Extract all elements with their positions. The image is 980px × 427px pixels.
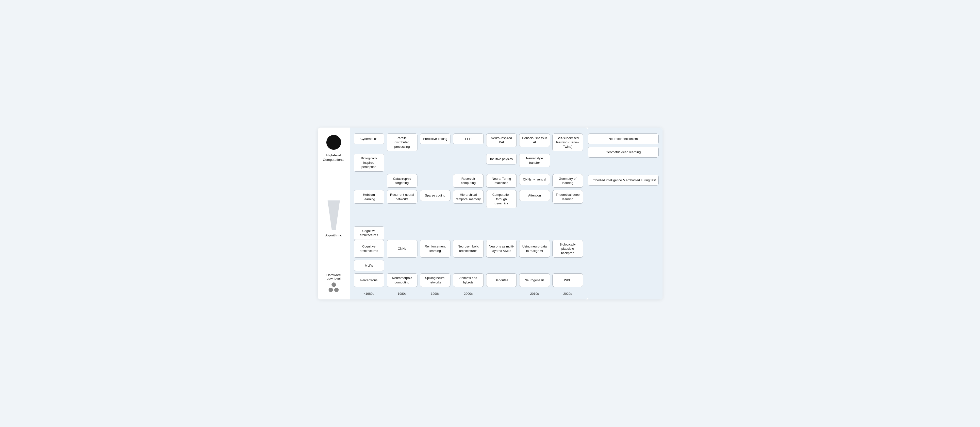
card-biologically-inspired: Biologically inspired perception xyxy=(354,154,385,171)
dots-container xyxy=(329,283,339,292)
empty-col3-row2 xyxy=(420,154,451,165)
card-neural-turing: Neural Turing machines xyxy=(486,174,517,187)
timeline-2000s: 2000s xyxy=(453,291,484,295)
sidebar-top: High-levelComputational xyxy=(323,135,344,162)
card-cybernetics: Cybernetics xyxy=(354,133,385,144)
card-sparse-coding: Sparse coding xyxy=(420,190,451,201)
card-mlps: MLPs xyxy=(354,260,385,271)
card-predictive-coding: Predictive coding xyxy=(420,133,451,144)
card-animats: Animats and hybrots xyxy=(453,273,484,287)
empty-col7-row2 xyxy=(552,154,583,165)
hardware-label: HardwareLow-level xyxy=(326,273,341,281)
card-geometric-deep: Geometric deep learning xyxy=(588,147,659,157)
card-neuro-xai: Neuro-inspired XAI xyxy=(486,133,517,147)
card-neuroconnectionism: Neuroconnectionism xyxy=(588,133,659,144)
card-attention: Attention xyxy=(519,190,550,201)
card-hebbian: Hebbian Learning xyxy=(354,190,385,204)
card-cnns: CNNs xyxy=(387,240,417,258)
card-catastrophic: Catastrophic forgetting xyxy=(387,174,417,187)
timeline-2020s: 2020s xyxy=(552,291,583,295)
empty-col3-row3 xyxy=(420,174,451,185)
timeline-2010s: 2010s xyxy=(519,291,550,295)
card-neurosymbolic: Neurosymbolic architectures xyxy=(453,240,484,258)
empty-col4-row2 xyxy=(453,154,484,165)
card-computation-dynamics: Computation through dynamics xyxy=(486,190,517,208)
empty-mlps-2 xyxy=(387,260,417,271)
card-dendrites: Dendrites xyxy=(486,273,517,287)
card-embodied: Embodied intelligence & embodied Turing … xyxy=(588,175,659,186)
card-wbe: WBE xyxy=(552,273,583,287)
timeline-grid: Cybernetics Biologically inspired percep… xyxy=(354,133,583,211)
card-fep: FEP xyxy=(453,133,484,144)
funnel-container: Algorithmic xyxy=(325,198,342,237)
timeline-empty xyxy=(486,291,517,295)
timeline-1980s: 1980s xyxy=(387,291,417,295)
card-using-neuro: Using neuro data to realign AI xyxy=(519,240,550,258)
card-perceptrons: Perceptrons xyxy=(354,273,385,287)
card-spiking: Spiking neural networks xyxy=(420,273,451,287)
empty-col1-row3 xyxy=(354,174,385,185)
sidebar: High-levelComputational Algorithmic Hard… xyxy=(318,127,350,300)
card-reservoir: Reservoir computing xyxy=(453,174,484,187)
card-reinforcement: Reinforcement learning xyxy=(420,240,451,258)
dot-top xyxy=(331,283,336,287)
card-self-supervised: Self-supervised learning (Barlow Twins) xyxy=(552,133,583,151)
empty-col2-row2 xyxy=(387,154,417,165)
funnel-icon xyxy=(326,198,341,232)
card-cnns-ventral: CNNs → ventral xyxy=(519,174,550,185)
timeline-1990s: 1990s xyxy=(420,291,451,295)
card-geometry-learning: Geometry of learning xyxy=(552,174,583,187)
main-area: Cybernetics Biologically inspired percep… xyxy=(350,127,588,300)
card-hierarchical-temporal: Hierarchical temporal memory xyxy=(453,190,484,204)
card-parallel-distributed: Parallel distributed processing xyxy=(387,133,417,151)
high-level-icon xyxy=(326,135,341,150)
empty-mlps-7 xyxy=(552,260,583,271)
empty-mlps-3 xyxy=(420,260,451,271)
card-neurons-ann: Neurons as multi-layered ANNs xyxy=(486,240,517,258)
sidebar-bottom: HardwareLow-level xyxy=(326,273,341,292)
empty-mlps-5 xyxy=(486,260,517,271)
card-neural-style: Neural style transfer xyxy=(519,154,550,167)
dot-bottom-right xyxy=(334,287,339,292)
card-cognitive-arch: Cognitive architectures xyxy=(354,226,385,240)
high-level-label: High-levelComputational xyxy=(323,153,344,162)
card-bio-plausible: Biologically plausible backprop xyxy=(552,240,583,258)
card-neurogenesis: Neurogenesis xyxy=(519,273,550,287)
card-intuitive-physics: Intuitive physics xyxy=(486,154,517,165)
card-theoretical-deep: Theoretical deep learning xyxy=(552,190,583,204)
empty-mlps-4 xyxy=(453,260,484,271)
svg-marker-0 xyxy=(328,200,340,230)
card-neuromorphic: Neuromorphic computing xyxy=(387,273,417,287)
card-cognitive-architectures: Cognitive architectures xyxy=(354,240,385,258)
empty-rl-col1 xyxy=(354,213,385,224)
timeline-pre1980s: <1980s xyxy=(354,291,385,295)
empty-mlps-6 xyxy=(519,260,550,271)
card-consciousness-ai: Consciousness in AI xyxy=(519,133,550,147)
card-recurrent: Recurrent neural networks xyxy=(387,190,417,204)
algorithmic-label: Algorithmic xyxy=(325,233,342,237)
dot-bottom-left xyxy=(329,287,333,292)
